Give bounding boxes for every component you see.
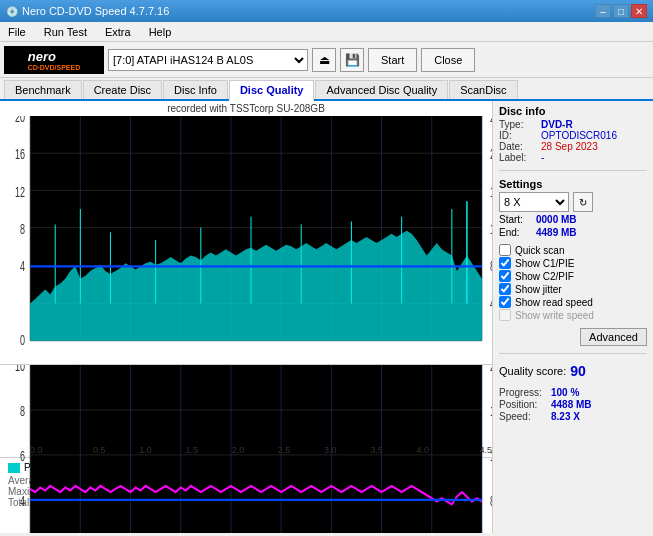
svg-text:6: 6	[20, 448, 25, 463]
divider-1	[499, 170, 647, 171]
pi-errors-svg: 20 16 12 8 4 0 24 20 16 12 8 4	[0, 116, 492, 364]
show-read-speed-row: Show read speed	[499, 296, 647, 308]
nero-logo: nero CD·DVD/SPEED	[4, 46, 104, 74]
svg-text:12: 12	[490, 448, 492, 463]
end-value: 4489 MB	[536, 227, 577, 238]
settings-title: Settings	[499, 178, 647, 190]
toolbar: nero CD·DVD/SPEED [7:0] ATAPI iHAS124 B …	[0, 42, 653, 78]
quick-scan-label: Quick scan	[515, 245, 564, 256]
titlebar-buttons: – □ ✕	[595, 4, 647, 18]
speed-value: 8.23 X	[551, 411, 580, 422]
advanced-button[interactable]: Advanced	[580, 328, 647, 346]
id-label: ID:	[499, 130, 537, 141]
tab-bar: Benchmark Create Disc Disc Info Disc Qua…	[0, 78, 653, 101]
menubar: File Run Test Extra Help	[0, 22, 653, 42]
drive-selector[interactable]: [7:0] ATAPI iHAS124 B AL0S	[108, 49, 308, 71]
quality-score-value: 90	[570, 363, 586, 379]
svg-text:20: 20	[490, 146, 492, 161]
position-label: Position:	[499, 399, 547, 410]
show-jitter-row: Show jitter	[499, 283, 647, 295]
show-jitter-checkbox[interactable]	[499, 283, 511, 295]
svg-text:16: 16	[490, 403, 492, 418]
svg-text:8: 8	[490, 258, 492, 273]
save-button[interactable]: 💾	[340, 48, 364, 72]
svg-text:16: 16	[15, 146, 25, 161]
show-write-speed-checkbox[interactable]	[499, 309, 511, 321]
svg-text:8: 8	[490, 493, 492, 508]
menu-extra[interactable]: Extra	[101, 24, 135, 40]
svg-text:4: 4	[20, 493, 25, 508]
progress-value: 100 %	[551, 387, 579, 398]
svg-text:10: 10	[15, 365, 25, 374]
pi-errors-chart: 20 16 12 8 4 0 24 20 16 12 8 4	[0, 116, 492, 365]
tab-benchmark[interactable]: Benchmark	[4, 80, 82, 99]
divider-2	[499, 353, 647, 354]
svg-text:24: 24	[490, 116, 492, 125]
eject-button[interactable]: ⏏	[312, 48, 336, 72]
titlebar-left: 💿 Nero CD-DVD Speed 4.7.7.16	[6, 5, 169, 17]
menu-file[interactable]: File	[4, 24, 30, 40]
maximize-button[interactable]: □	[613, 4, 629, 18]
progress-section: Progress: 100 % Position: 4488 MB Speed:…	[499, 387, 647, 423]
label-label: Label:	[499, 152, 537, 163]
show-c1pie-label: Show C1/PIE	[515, 258, 574, 269]
svg-text:4: 4	[20, 258, 25, 273]
main-content: recorded with TSSTcorp SU-208GB	[0, 101, 653, 533]
progress-label: Progress:	[499, 387, 547, 398]
minimize-button[interactable]: –	[595, 4, 611, 18]
show-c2pif-checkbox[interactable]	[499, 270, 511, 282]
show-c2pif-label: Show C2/PIF	[515, 271, 574, 282]
tab-advanced-disc-quality[interactable]: Advanced Disc Quality	[315, 80, 448, 99]
svg-text:8: 8	[20, 403, 25, 418]
tab-disc-info[interactable]: Disc Info	[163, 80, 228, 99]
pi-failures-chart: 10 8 6 4 2 0 20 16 12 8 4 0.0 0.5 1.0 1.…	[0, 365, 492, 533]
checkboxes-section: Quick scan Show C1/PIE Show C2/PIF Show …	[499, 244, 647, 322]
svg-text:4: 4	[490, 295, 492, 310]
app-icon: 💿	[6, 6, 18, 17]
titlebar: 💿 Nero CD-DVD Speed 4.7.7.16 – □ ✕	[0, 0, 653, 22]
show-c2pif-row: Show C2/PIF	[499, 270, 647, 282]
show-read-speed-label: Show read speed	[515, 297, 593, 308]
speed-selector[interactable]: 8 X	[499, 192, 569, 212]
chart-area: recorded with TSSTcorp SU-208GB	[0, 101, 493, 533]
date-label: Date:	[499, 141, 537, 152]
quality-score-label: Quality score:	[499, 365, 566, 377]
disc-info-title: Disc info	[499, 105, 647, 117]
start-label: Start:	[499, 214, 534, 225]
show-read-speed-checkbox[interactable]	[499, 296, 511, 308]
id-value: OPTODISCR016	[541, 130, 617, 141]
label-value: -	[541, 152, 544, 163]
tab-disc-quality[interactable]: Disc Quality	[229, 80, 315, 101]
quick-scan-checkbox[interactable]	[499, 244, 511, 256]
settings-refresh-button[interactable]: ↻	[573, 192, 593, 212]
close-window-button[interactable]: ✕	[631, 4, 647, 18]
chart-title: recorded with TSSTcorp SU-208GB	[0, 101, 492, 116]
right-panel: Disc info Type: DVD-R ID: OPTODISCR016 D…	[493, 101, 653, 533]
quality-score-row: Quality score: 90	[499, 363, 647, 379]
show-write-speed-row: Show write speed	[499, 309, 647, 321]
disc-info-section: Disc info Type: DVD-R ID: OPTODISCR016 D…	[499, 105, 647, 163]
show-write-speed-label: Show write speed	[515, 310, 594, 321]
tab-create-disc[interactable]: Create Disc	[83, 80, 162, 99]
app-title: Nero CD-DVD Speed 4.7.7.16	[22, 5, 169, 17]
pi-failures-svg: 10 8 6 4 2 0 20 16 12 8 4 0.0 0.5 1.0 1.…	[0, 365, 492, 533]
show-jitter-label: Show jitter	[515, 284, 562, 295]
menu-help[interactable]: Help	[145, 24, 176, 40]
show-c1pie-checkbox[interactable]	[499, 257, 511, 269]
menu-run-test[interactable]: Run Test	[40, 24, 91, 40]
position-value: 4488 MB	[551, 399, 592, 410]
nero-sub-text: CD·DVD/SPEED	[28, 64, 81, 71]
speed-row: 8 X ↻	[499, 192, 647, 212]
close-button[interactable]: Close	[421, 48, 475, 72]
svg-text:12: 12	[490, 221, 492, 236]
speed-label: Speed:	[499, 411, 547, 422]
start-value: 0000 MB	[536, 214, 577, 225]
settings-section: Settings 8 X ↻ Start: 0000 MB End: 4489 …	[499, 178, 647, 240]
tab-scandisc[interactable]: ScanDisc	[449, 80, 517, 99]
nero-logo-text: nero	[28, 49, 56, 64]
quick-scan-row: Quick scan	[499, 244, 647, 256]
date-value: 28 Sep 2023	[541, 141, 598, 152]
svg-text:20: 20	[15, 116, 25, 125]
start-button[interactable]: Start	[368, 48, 417, 72]
end-label: End:	[499, 227, 534, 238]
